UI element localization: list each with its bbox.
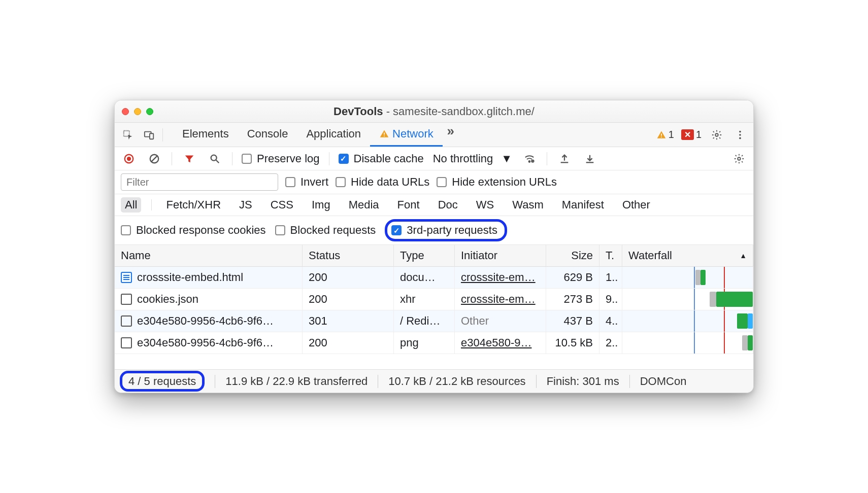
main-toolbar: Elements Console Application Network » 1… [115, 123, 753, 147]
more-tabs-icon[interactable]: » [443, 123, 459, 139]
col-size[interactable]: Size [546, 245, 599, 267]
device-toggle-icon[interactable] [141, 127, 157, 143]
waterfall-bar [622, 332, 753, 354]
filter-input[interactable] [121, 173, 278, 191]
waterfall-bar [622, 267, 753, 289]
sort-asc-icon: ▲ [740, 252, 747, 260]
svg-rect-5 [661, 133, 662, 135]
close-icon[interactable] [122, 108, 129, 115]
type-doc[interactable]: Doc [434, 197, 462, 213]
zoom-icon[interactable] [146, 108, 153, 115]
hide-extension-urls-checkbox[interactable]: Hide extension URLs [437, 175, 557, 189]
resources-size: 10.7 kB / 21.2 kB resources [378, 375, 536, 388]
devtools-window: DevTools - samesite-sandbox.glitch.me/ E… [114, 100, 754, 393]
table-row[interactable]: cookies.json [115, 289, 303, 310]
title-app: DevTools [333, 105, 383, 118]
throttling-select[interactable]: No throttling ▼ [433, 152, 512, 165]
finish-time: Finish: 301 ms [536, 375, 629, 388]
type-filter-row: All Fetch/XHR JS CSS Img Media Font Doc … [115, 194, 753, 216]
col-waterfall[interactable]: Waterfall▲ [622, 245, 753, 267]
type-media[interactable]: Media [345, 197, 383, 213]
kebab-icon[interactable] [732, 127, 748, 143]
table-row[interactable]: crosssite-embed.html [115, 267, 303, 289]
svg-rect-2 [150, 133, 153, 139]
warnings-badge[interactable]: 1 [656, 129, 674, 140]
type-ws[interactable]: WS [472, 197, 498, 213]
svg-line-14 [151, 155, 158, 162]
settings-icon[interactable] [709, 127, 725, 143]
invert-checkbox[interactable]: Invert [285, 175, 328, 189]
inspect-icon[interactable] [120, 127, 136, 143]
panel-settings-icon[interactable] [731, 151, 747, 167]
table-row[interactable]: e304e580-9956-4cb6-9f6… [115, 310, 303, 332]
col-name[interactable]: Name [115, 245, 303, 267]
disable-cache-checkbox[interactable]: Disable cache [339, 152, 424, 165]
file-icon [121, 337, 132, 348]
record-icon[interactable] [121, 151, 137, 167]
warning-icon [656, 130, 666, 140]
blocked-cookies-checkbox[interactable]: Blocked response cookies [121, 224, 266, 237]
file-icon [121, 294, 132, 305]
svg-point-12 [127, 156, 131, 160]
svg-point-19 [738, 157, 741, 160]
type-fetch[interactable]: Fetch/XHR [162, 197, 225, 213]
svg-point-17 [529, 161, 530, 162]
preserve-log-checkbox[interactable]: Preserve log [242, 152, 320, 165]
tab-application[interactable]: Application [297, 123, 370, 147]
errors-badge[interactable]: ✕ 1 [681, 129, 702, 140]
filter-icon[interactable] [181, 151, 197, 167]
title-page: samesite-sandbox.glitch.me/ [393, 105, 535, 118]
error-icon: ✕ [681, 129, 694, 140]
type-css[interactable]: CSS [266, 197, 297, 213]
warning-icon [379, 129, 389, 139]
svg-rect-3 [384, 133, 385, 135]
hide-data-urls-checkbox[interactable]: Hide data URLs [336, 175, 429, 189]
type-wasm[interactable]: Wasm [508, 197, 548, 213]
type-font[interactable]: Font [393, 197, 424, 213]
table-row[interactable]: e304e580-9956-4cb6-9f6… [115, 332, 303, 354]
svg-point-7 [715, 133, 718, 136]
waterfall-bar [622, 310, 753, 332]
waterfall-bar [622, 289, 753, 310]
type-js[interactable]: JS [235, 197, 256, 213]
svg-rect-4 [384, 135, 385, 136]
type-all[interactable]: All [121, 197, 141, 213]
svg-point-15 [211, 155, 217, 160]
minimize-icon[interactable] [134, 108, 141, 115]
tab-elements[interactable]: Elements [173, 123, 238, 147]
svg-point-10 [739, 137, 741, 139]
type-other[interactable]: Other [618, 197, 654, 213]
requests-count: 4 / 5 requests [120, 371, 205, 392]
col-status[interactable]: Status [303, 245, 394, 267]
network-toolbar: Preserve log Disable cache No throttling… [115, 147, 753, 170]
network-conditions-icon[interactable] [521, 151, 538, 167]
filter-row: Invert Hide data URLs Hide extension URL… [115, 170, 753, 194]
chevron-down-icon: ▼ [501, 152, 512, 165]
download-icon[interactable] [582, 151, 598, 167]
col-time[interactable]: T. [599, 245, 622, 267]
clear-icon[interactable] [146, 151, 162, 167]
tab-console[interactable]: Console [238, 123, 297, 147]
file-icon [121, 315, 132, 327]
svg-line-16 [216, 160, 219, 163]
type-img[interactable]: Img [308, 197, 335, 213]
search-icon[interactable] [207, 151, 223, 167]
svg-rect-6 [661, 136, 662, 137]
window-title: DevTools - samesite-sandbox.glitch.me/ [115, 105, 753, 118]
window-controls [122, 108, 153, 115]
status-bar: 4 / 5 requests 11.9 kB / 22.9 kB transfe… [115, 369, 753, 393]
col-initiator[interactable]: Initiator [455, 245, 546, 267]
domcontentloaded-link[interactable]: DOMCon [629, 375, 697, 388]
tab-network[interactable]: Network [370, 123, 443, 147]
document-icon [121, 272, 132, 283]
requests-table: Name Status Type Initiator Size T. Water… [115, 245, 753, 354]
svg-point-8 [739, 130, 741, 132]
type-manifest[interactable]: Manifest [558, 197, 608, 213]
svg-point-9 [739, 134, 741, 136]
col-type[interactable]: Type [394, 245, 455, 267]
titlebar: DevTools - samesite-sandbox.glitch.me/ [115, 100, 753, 123]
transferred-size: 11.9 kB / 22.9 kB transferred [215, 375, 378, 388]
blocked-requests-checkbox[interactable]: Blocked requests [275, 224, 376, 237]
upload-icon[interactable] [556, 151, 573, 167]
third-party-requests-checkbox[interactable]: 3rd-party requests [385, 219, 507, 241]
